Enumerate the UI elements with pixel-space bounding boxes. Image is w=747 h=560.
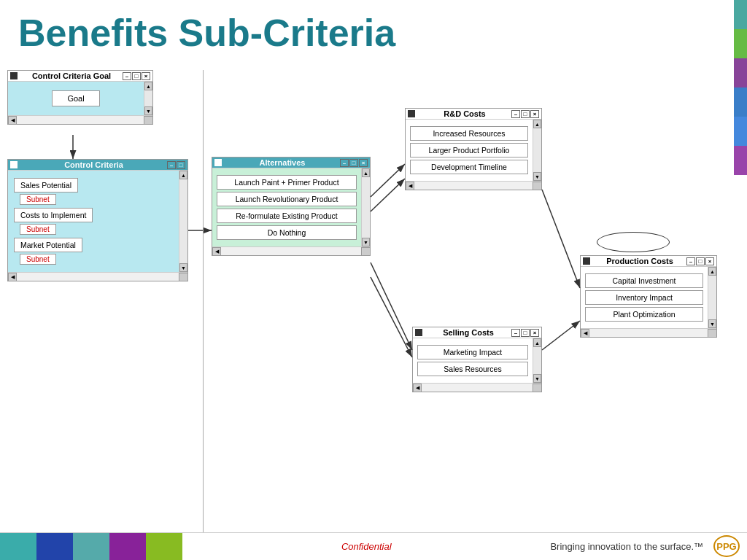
divider-line bbox=[203, 70, 204, 537]
goal-titlebar: Control Criteria Goal – □ × bbox=[8, 71, 152, 82]
prod-item-0[interactable]: Capital Investment bbox=[585, 273, 703, 288]
alt-scroll-left[interactable]: ◀ bbox=[212, 247, 221, 256]
rd-window-buttons[interactable]: – □ × bbox=[511, 110, 539, 118]
goal-scrollbar-v[interactable]: ▲ ▼ bbox=[144, 82, 152, 115]
selling-item-0[interactable]: Marketing Impact bbox=[417, 345, 528, 359]
goal-close[interactable]: × bbox=[142, 72, 150, 80]
alt-close[interactable]: × bbox=[359, 159, 368, 167]
rd-title: R&D Costs bbox=[418, 109, 511, 118]
alt-titlebar: Alternatives – □ × bbox=[212, 158, 370, 168]
prod-scrollbar-v[interactable]: ▲ ▼ bbox=[708, 267, 716, 328]
prod-item-2[interactable]: Plant Optimization bbox=[585, 307, 703, 322]
cc-item-0: Sales Potential Subnet bbox=[14, 178, 173, 205]
prod-item-1[interactable]: Inventory Impact bbox=[585, 290, 703, 305]
cc-maximize[interactable]: □ bbox=[177, 161, 185, 169]
goal-resize[interactable] bbox=[145, 117, 152, 124]
rd-close[interactable]: × bbox=[530, 110, 539, 118]
prod-minimize[interactable]: – bbox=[686, 257, 695, 265]
alt-minimize[interactable]: – bbox=[340, 159, 349, 167]
rd-scroll-left[interactable]: ◀ bbox=[406, 182, 414, 190]
alt-item-1[interactable]: Launch Revolutionary Product bbox=[217, 192, 357, 206]
alt-scroll-up[interactable]: ▲ bbox=[362, 168, 370, 177]
rd-minimize[interactable]: – bbox=[511, 110, 520, 118]
cc-costs-subnet[interactable]: Subnet bbox=[20, 224, 56, 235]
cc-window-buttons[interactable]: – □ bbox=[167, 161, 185, 169]
rd-icon bbox=[408, 110, 415, 117]
goal-scrollbar-h[interactable]: ◀ ▶ bbox=[8, 115, 152, 124]
prod-scroll-left[interactable]: ◀ bbox=[581, 329, 589, 338]
svg-line-5 bbox=[371, 262, 412, 350]
selling-close[interactable]: × bbox=[530, 329, 539, 337]
prod-maximize[interactable]: □ bbox=[696, 257, 705, 265]
bar-blue2 bbox=[734, 117, 747, 146]
cc-scroll-up[interactable]: ▲ bbox=[179, 171, 187, 179]
alt-scrollbar-h[interactable]: ◀ ▶ bbox=[212, 246, 370, 255]
rd-maximize[interactable]: □ bbox=[521, 110, 530, 118]
goal-maximize[interactable]: □ bbox=[132, 72, 141, 80]
goal-icon bbox=[10, 72, 18, 79]
cc-market-subnet[interactable]: Subnet bbox=[20, 254, 56, 265]
selling-minimize[interactable]: – bbox=[511, 329, 520, 337]
goal-scroll-up[interactable]: ▲ bbox=[144, 82, 152, 90]
cc-costs-implement[interactable]: Costs to Implement bbox=[14, 208, 93, 222]
alt-maximize[interactable]: □ bbox=[349, 159, 358, 167]
rd-scrollbar-v[interactable]: ▲ ▼ bbox=[533, 120, 541, 181]
svg-line-3 bbox=[371, 164, 405, 197]
alt-title: Alternatives bbox=[225, 158, 340, 167]
selling-scroll-left[interactable]: ◀ bbox=[413, 384, 422, 392]
cc-resize[interactable] bbox=[180, 273, 187, 281]
rd-resize[interactable] bbox=[534, 182, 541, 190]
cc-title: Control Criteria bbox=[20, 160, 167, 169]
alt-item-2[interactable]: Re-formulate Existing Product bbox=[217, 209, 357, 223]
alt-window-buttons[interactable]: – □ × bbox=[340, 159, 368, 167]
cc-sales-subnet[interactable]: Subnet bbox=[20, 194, 56, 205]
cc-scroll-down[interactable]: ▼ bbox=[179, 263, 187, 272]
alt-scroll-down[interactable]: ▼ bbox=[362, 238, 370, 246]
selling-item-1[interactable]: Sales Resources bbox=[417, 362, 528, 376]
svg-line-7 bbox=[542, 190, 580, 288]
selling-window-buttons[interactable]: – □ × bbox=[511, 329, 539, 337]
ppg-logo-circle: PPG bbox=[713, 535, 740, 557]
control-criteria-window: Control Criteria – □ Sales Potential Sub… bbox=[7, 159, 188, 281]
selling-scroll-down[interactable]: ▼ bbox=[533, 374, 541, 383]
svg-line-6 bbox=[371, 277, 412, 357]
goal-window: Control Criteria Goal – □ × Goal ▲ ▼ ◀ ▶ bbox=[7, 70, 153, 125]
prod-scroll-up[interactable]: ▲ bbox=[708, 267, 716, 276]
rd-scrollbar-h[interactable]: ◀ ▶ bbox=[406, 181, 541, 190]
goal-window-buttons[interactable]: – □ × bbox=[123, 72, 150, 80]
selling-scroll-up[interactable]: ▲ bbox=[533, 338, 541, 347]
prod-scroll-down[interactable]: ▼ bbox=[708, 319, 716, 328]
cc-scrollbar-v[interactable]: ▲ ▼ bbox=[179, 171, 187, 272]
rd-item-1[interactable]: Larger Product Portfolio bbox=[410, 143, 528, 158]
prod-window-buttons[interactable]: – □ × bbox=[686, 257, 714, 265]
goal-scroll-down[interactable]: ▼ bbox=[144, 106, 152, 115]
bar-teal bbox=[734, 0, 747, 29]
selling-scrollbar-h[interactable]: ◀ ▶ bbox=[413, 383, 541, 392]
footer-confidential: Confidential bbox=[182, 541, 550, 552]
selling-resize[interactable] bbox=[534, 384, 541, 392]
cc-sales-potential[interactable]: Sales Potential bbox=[14, 178, 78, 192]
rd-item-0[interactable]: Increased Resources bbox=[410, 126, 528, 141]
goal-button[interactable]: Goal bbox=[52, 90, 99, 106]
alt-scroll-track bbox=[362, 177, 370, 238]
cc-minimize[interactable]: – bbox=[167, 161, 176, 169]
selling-maximize[interactable]: □ bbox=[521, 329, 530, 337]
goal-scroll-track bbox=[144, 90, 152, 106]
goal-scroll-left[interactable]: ◀ bbox=[8, 116, 17, 125]
rd-scroll-down[interactable]: ▼ bbox=[533, 172, 541, 181]
prod-resize[interactable] bbox=[709, 330, 716, 337]
cc-scrollbar-h[interactable]: ◀ ▶ bbox=[8, 272, 187, 281]
alt-scrollbar-v[interactable]: ▲ ▼ bbox=[361, 168, 370, 246]
alt-resize[interactable] bbox=[363, 248, 370, 255]
bar-purple bbox=[734, 58, 747, 88]
selling-scrollbar-v[interactable]: ▲ ▼ bbox=[533, 338, 541, 383]
prod-close[interactable]: × bbox=[705, 257, 714, 265]
prod-scrollbar-h[interactable]: ◀ ▶ bbox=[581, 328, 716, 337]
rd-scroll-up[interactable]: ▲ bbox=[533, 120, 541, 128]
cc-scroll-left[interactable]: ◀ bbox=[8, 273, 17, 281]
rd-item-2[interactable]: Development Timeline bbox=[410, 160, 528, 174]
alt-item-0[interactable]: Launch Paint + Primer Product bbox=[217, 175, 357, 190]
cc-market-potential[interactable]: Market Potential bbox=[14, 238, 82, 252]
goal-minimize[interactable]: – bbox=[123, 72, 131, 80]
alt-item-3[interactable]: Do Nothing bbox=[217, 225, 357, 240]
